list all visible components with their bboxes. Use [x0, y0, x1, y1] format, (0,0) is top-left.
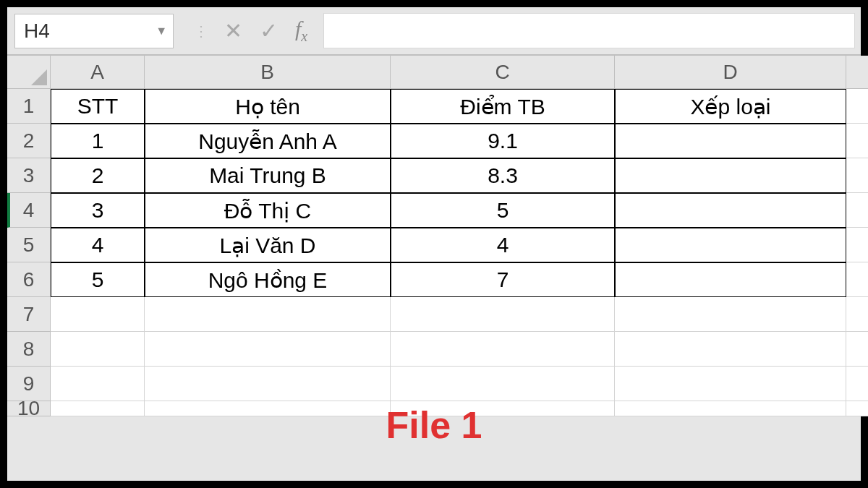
col-header-extra[interactable]: [846, 56, 868, 89]
cell-A3[interactable]: 2: [51, 158, 145, 193]
cell-A6[interactable]: 5: [51, 262, 145, 297]
row-header[interactable]: 5: [7, 228, 51, 262]
cell-empty[interactable]: [846, 367, 868, 401]
row-header[interactable]: 2: [7, 124, 51, 158]
cell-D9[interactable]: [615, 367, 846, 401]
col-header-C[interactable]: C: [391, 56, 615, 89]
confirm-icon[interactable]: ✓: [260, 18, 278, 43]
cell-C2[interactable]: 9.1: [391, 124, 615, 158]
row-header[interactable]: 9: [7, 367, 51, 401]
name-box[interactable]: H4 ▼: [14, 14, 174, 48]
cell-empty[interactable]: [846, 401, 868, 416]
row-header[interactable]: 7: [7, 297, 51, 332]
cell-B7[interactable]: [145, 297, 391, 332]
cell-C8[interactable]: [391, 332, 615, 367]
cell-D10[interactable]: [615, 401, 846, 416]
cell-C6[interactable]: 7: [391, 262, 615, 297]
name-box-value: H4: [24, 20, 50, 43]
cell-B3[interactable]: Mai Trung B: [145, 158, 391, 193]
row-header-selected[interactable]: 4: [7, 193, 51, 228]
cell-A5[interactable]: 4: [51, 228, 145, 262]
cell-empty[interactable]: [846, 228, 868, 262]
cell-empty[interactable]: [846, 297, 868, 332]
worksheet-grid[interactable]: A B C D 1 STT Họ tên Điểm TB Xếp loại 2 …: [7, 55, 861, 416]
cell-A9[interactable]: [51, 367, 145, 401]
cell-A10[interactable]: [51, 401, 145, 416]
separator-dots-icon: ⋮: [194, 22, 207, 40]
cell-empty[interactable]: [846, 124, 868, 158]
cell-D5[interactable]: [615, 228, 846, 262]
cell-empty[interactable]: [846, 158, 868, 193]
cell-A7[interactable]: [51, 297, 145, 332]
cell-D8[interactable]: [615, 332, 846, 367]
row-header[interactable]: 10: [7, 401, 51, 416]
row-header[interactable]: 1: [7, 89, 51, 124]
cancel-icon[interactable]: ✕: [224, 18, 242, 43]
cell-B4[interactable]: Đỗ Thị C: [145, 193, 391, 228]
cell-C4[interactable]: 5: [391, 193, 615, 228]
app-window: H4 ▼ ⋮ ✕ ✓ fx A B C D 1 STT Họ tên Điểm …: [0, 0, 868, 488]
formula-bar: H4 ▼ ⋮ ✕ ✓ fx: [7, 7, 861, 55]
col-header-A[interactable]: A: [51, 56, 145, 89]
cell-C1[interactable]: Điểm TB: [391, 89, 615, 124]
cell-A1[interactable]: STT: [51, 89, 145, 124]
cell-B9[interactable]: [145, 367, 391, 401]
col-header-B[interactable]: B: [145, 56, 391, 89]
chevron-down-icon[interactable]: ▼: [156, 25, 167, 38]
cell-B10[interactable]: [145, 401, 391, 416]
cell-D7[interactable]: [615, 297, 846, 332]
row-header[interactable]: 3: [7, 158, 51, 193]
cell-C10[interactable]: [391, 401, 615, 416]
name-box-wrap: H4 ▼: [7, 7, 178, 54]
cell-C7[interactable]: [391, 297, 615, 332]
cell-D4[interactable]: [615, 193, 846, 228]
fx-icon[interactable]: fx: [295, 17, 307, 45]
formula-entry-controls: ⋮ ✕ ✓ fx: [178, 7, 323, 54]
cell-A8[interactable]: [51, 332, 145, 367]
cell-empty[interactable]: [846, 262, 868, 297]
cell-A2[interactable]: 1: [51, 124, 145, 158]
row-header[interactable]: 6: [7, 262, 51, 297]
cell-D1[interactable]: Xếp loại: [615, 89, 846, 124]
cell-D6[interactable]: [615, 262, 846, 297]
cell-empty[interactable]: [846, 193, 868, 228]
row-header[interactable]: 8: [7, 332, 51, 367]
cell-empty[interactable]: [846, 332, 868, 367]
cell-C9[interactable]: [391, 367, 615, 401]
cell-C3[interactable]: 8.3: [391, 158, 615, 193]
cell-D3[interactable]: [615, 158, 846, 193]
cell-B8[interactable]: [145, 332, 391, 367]
cell-B2[interactable]: Nguyễn Anh A: [145, 124, 391, 158]
cell-C5[interactable]: 4: [391, 228, 615, 262]
cell-B6[interactable]: Ngô Hồng E: [145, 262, 391, 297]
cell-D2[interactable]: [615, 124, 846, 158]
formula-input[interactable]: [323, 13, 855, 48]
select-all-corner[interactable]: [7, 56, 51, 89]
cell-B1[interactable]: Họ tên: [145, 89, 391, 124]
cell-B5[interactable]: Lại Văn D: [145, 228, 391, 262]
cell-empty[interactable]: [846, 89, 868, 124]
cell-A4[interactable]: 3: [51, 193, 145, 228]
col-header-D[interactable]: D: [615, 56, 846, 89]
